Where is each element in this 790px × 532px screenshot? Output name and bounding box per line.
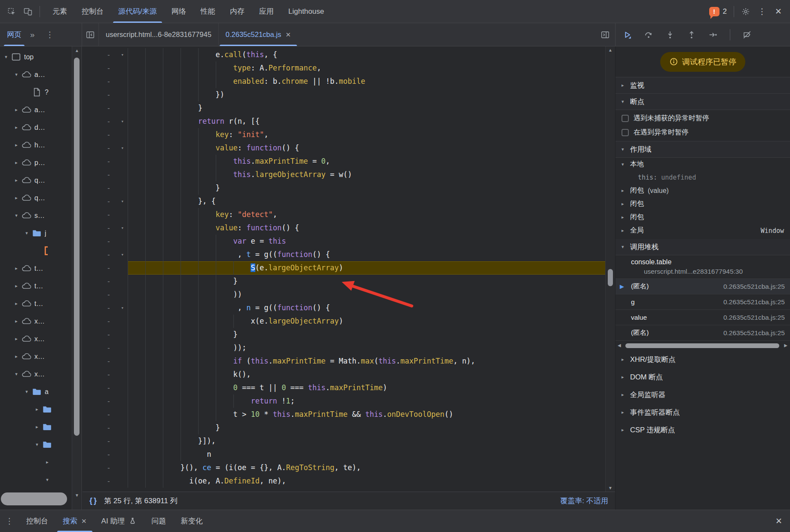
code-line[interactable]: -}) — [83, 88, 605, 101]
checkbox[interactable] — [622, 129, 629, 136]
step-into-icon[interactable] — [662, 27, 678, 43]
call-stack-frame[interactable]: (匿名)0.2635c521cba.js:25 — [615, 325, 790, 341]
panel-tab-Lighthouse[interactable]: Lighthouse — [281, 0, 331, 23]
code-gutter[interactable]: - — [83, 368, 128, 381]
tree-expand-caret-icon[interactable]: ▸ — [34, 424, 40, 430]
scope-group[interactable]: ▸闭包(value) — [615, 184, 790, 197]
code-line[interactable]: -} — [83, 275, 605, 288]
panel-tab-源代码/来源[interactable]: 源代码/来源 — [111, 0, 164, 23]
code-fold-caret-icon[interactable]: ▾ — [121, 195, 124, 208]
scope-group[interactable]: ▸全局Window — [615, 224, 790, 237]
sidebar-section-1[interactable]: ▸DOM 断点 — [615, 368, 790, 386]
code-line[interactable]: -}]), — [83, 434, 605, 448]
scope-group[interactable]: ▾本地 — [615, 158, 790, 171]
breakpoint-option[interactable]: 在遇到异常时暂停 — [615, 125, 790, 140]
close-tab-icon[interactable]: ✕ — [285, 31, 291, 39]
code-gutter[interactable]: - — [83, 235, 128, 248]
tree-item[interactable]: ▸x… — [0, 348, 72, 365]
code-gutter[interactable]: - — [83, 315, 128, 328]
navigator-vertical-scrollbar[interactable]: ▲ ▼ — [72, 46, 82, 510]
code-line[interactable]: -k(), — [83, 368, 605, 381]
code-gutter[interactable]: - — [83, 434, 128, 448]
tree-item[interactable]: ▸a… — [0, 101, 72, 119]
tree-item[interactable]: ▸ — [0, 453, 72, 471]
code-line[interactable]: -▾return r(n, [{ — [83, 115, 605, 128]
code-line[interactable]: -n — [83, 448, 605, 461]
code-line[interactable]: -▾e.call(this, { — [83, 48, 605, 61]
code-gutter[interactable]: - — [83, 275, 128, 288]
navigator-horizontal-scrollbar-thumb[interactable] — [1, 492, 67, 505]
panel-tab-网络[interactable]: 网络 — [164, 0, 193, 23]
panel-tab-控制台[interactable]: 控制台 — [74, 0, 111, 23]
tree-expand-caret-icon[interactable]: ▸ — [13, 266, 20, 271]
close-devtools-icon[interactable]: ✕ — [770, 3, 787, 20]
tree-item[interactable]: ▸q… — [0, 189, 72, 207]
scrollbar-thumb[interactable] — [74, 58, 80, 436]
code-gutter[interactable]: - — [83, 75, 128, 88]
file-tab[interactable]: 0.2635c521cba.js✕ — [218, 23, 298, 46]
editor-vertical-scrollbar[interactable]: ▲ ▼ — [605, 46, 615, 492]
scroll-down-icon[interactable]: ▼ — [72, 493, 82, 498]
code-line[interactable]: -)) — [83, 288, 605, 301]
tree-item[interactable]: ▸x… — [0, 330, 72, 348]
drawer-tab-问题[interactable]: 问题 — [144, 510, 173, 532]
resume-script-icon[interactable] — [619, 27, 635, 43]
call-stack-frame[interactable]: console.tableuserscript.html...e28316779… — [615, 255, 790, 279]
tree-expand-caret-icon[interactable]: ▸ — [13, 283, 20, 289]
code-gutter[interactable]: -▾ — [83, 141, 128, 155]
code-gutter[interactable]: -▾ — [83, 221, 128, 235]
code-gutter[interactable]: - — [83, 328, 128, 341]
drawer-tab-搜索[interactable]: 搜索✕ — [55, 510, 94, 532]
step-out-icon[interactable] — [683, 27, 700, 43]
drawer-tab-控制台[interactable]: 控制台 — [19, 510, 55, 532]
code-line[interactable]: -t > 10 * this.maxPrintTime && this.onDe… — [83, 408, 605, 421]
code-gutter[interactable]: - — [83, 168, 128, 181]
issues-badge[interactable]: ! 2 — [709, 7, 727, 16]
sidebar-horizontal-scrollbar[interactable]: ◀ ▶ — [615, 341, 790, 351]
tree-expand-caret-icon[interactable]: ▾ — [13, 72, 20, 77]
code-line[interactable]: -▾}, { — [83, 195, 605, 208]
code-line[interactable]: -}(), ce = (i(oe = {}, A.RegToString, te… — [83, 461, 605, 474]
tree-expand-caret-icon[interactable]: ▸ — [44, 459, 51, 465]
drawer-kebab-icon[interactable]: ⋮ — [0, 516, 19, 526]
panel-tab-元素[interactable]: 元素 — [45, 0, 74, 23]
settings-gear-icon[interactable] — [738, 3, 754, 20]
scroll-right-icon[interactable]: ▶ — [784, 343, 787, 348]
tree-item[interactable]: ▸t… — [0, 277, 72, 295]
code-fold-caret-icon[interactable]: ▾ — [121, 248, 124, 261]
call-stack-frame[interactable]: ▶(匿名)0.2635c521cba.js:25 — [615, 279, 790, 294]
code-gutter[interactable]: -▾ — [83, 301, 128, 315]
tree-item[interactable]: ▾top — [0, 48, 72, 66]
code-gutter[interactable]: - — [83, 261, 128, 275]
step-over-icon[interactable] — [640, 27, 657, 43]
tree-expand-caret-icon[interactable]: ▾ — [23, 389, 30, 394]
code-gutter[interactable]: - — [83, 341, 128, 355]
tree-expand-caret-icon[interactable]: ▸ — [13, 336, 20, 342]
close-drawer-icon[interactable]: ✕ — [775, 516, 782, 526]
tree-expand-caret-icon[interactable]: ▸ — [13, 160, 20, 165]
section-watch[interactable]: ▸ 监视 — [615, 77, 790, 94]
code-line[interactable]: -enabled: b.chrome || !b.mobile — [83, 75, 605, 88]
close-drawer-tab-icon[interactable]: ✕ — [81, 517, 87, 525]
code-gutter[interactable]: - — [83, 155, 128, 168]
code-line[interactable]: -)); — [83, 341, 605, 355]
drawer-tab-新变化[interactable]: 新变化 — [173, 510, 210, 532]
code-gutter[interactable]: - — [83, 88, 128, 101]
tree-item[interactable]: ▾x… — [0, 365, 72, 383]
toggle-debugger-panel-icon[interactable] — [597, 27, 613, 43]
tree-expand-caret-icon[interactable]: ▸ — [13, 354, 20, 359]
scrollbar-thumb[interactable] — [608, 269, 613, 286]
tree-item[interactable]: ▾j — [0, 224, 72, 242]
code-fold-caret-icon[interactable]: ▾ — [121, 48, 124, 61]
code-gutter[interactable]: - — [83, 461, 128, 474]
scroll-up-icon[interactable]: ▲ — [72, 48, 82, 53]
panel-tab-应用[interactable]: 应用 — [252, 0, 281, 23]
tree-item[interactable]: ▾ — [0, 471, 72, 489]
code-gutter[interactable]: -▾ — [83, 195, 128, 208]
scroll-up-icon[interactable]: ▲ — [606, 48, 615, 52]
drawer-tab-AI 助理[interactable]: AI 助理 — [94, 510, 144, 532]
code-line[interactable]: -type: A.Performance, — [83, 61, 605, 75]
tree-expand-caret-icon[interactable]: ▸ — [13, 195, 20, 201]
code-line[interactable]: -if (this.maxPrintTime = Math.max(this.m… — [83, 355, 605, 368]
tree-expand-caret-icon[interactable]: ▸ — [13, 107, 20, 113]
